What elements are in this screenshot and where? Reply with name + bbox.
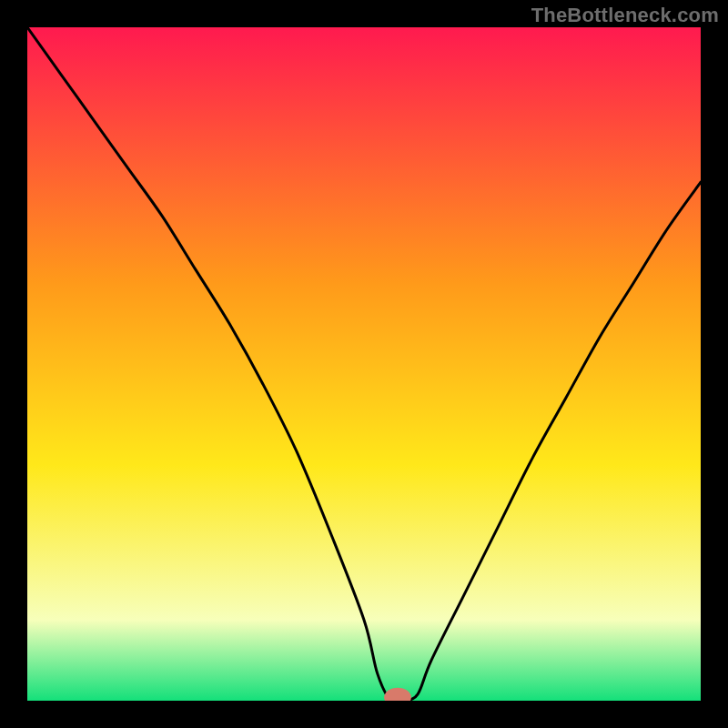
plot-area <box>27 27 701 701</box>
chart-svg <box>27 27 701 701</box>
gradient-background <box>27 27 701 701</box>
watermark-label: TheBottleneck.com <box>531 4 719 27</box>
chart-container: TheBottleneck.com <box>0 0 728 728</box>
